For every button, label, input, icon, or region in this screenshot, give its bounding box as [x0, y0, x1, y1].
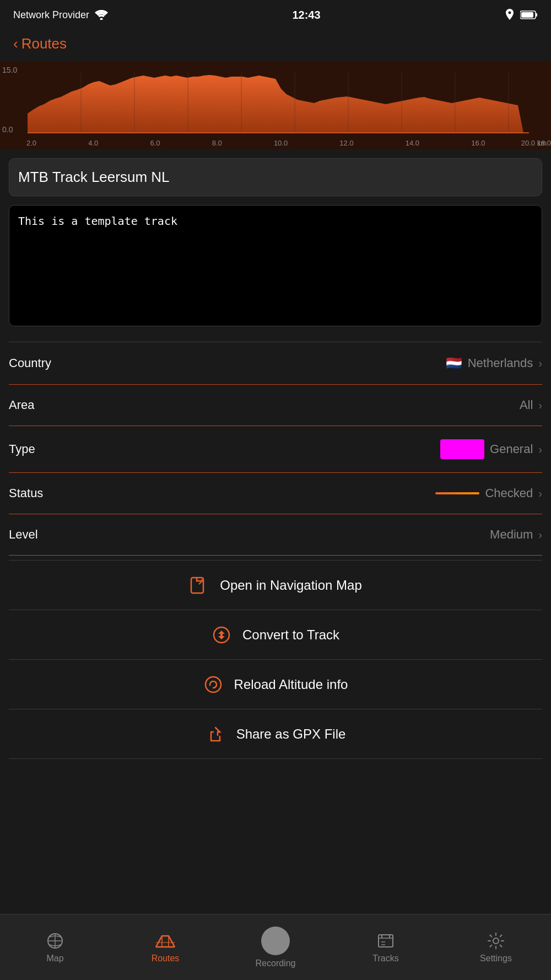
chart-unit: 20.0 km [521, 139, 547, 147]
tab-map-label: Map [46, 954, 63, 963]
nav-bar: ‹ Routes [0, 30, 551, 61]
tab-bar: Map Routes Recording Tracks Se [0, 914, 551, 980]
share-gpx-icon [206, 724, 225, 744]
type-text: General [490, 442, 533, 456]
carrier-text: Network Provider [13, 9, 89, 21]
svg-rect-3 [521, 12, 533, 18]
share-gpx-button[interactable]: Share as GPX File [9, 709, 542, 759]
content-area: This is a template track Country 🇳🇱 Neth… [0, 149, 551, 836]
tab-routes[interactable]: Routes [110, 926, 220, 969]
status-value: Checked › [435, 486, 542, 500]
back-chevron-icon: ‹ [13, 35, 18, 52]
type-chevron-icon: › [538, 443, 542, 456]
area-label: Area [9, 398, 34, 412]
reload-altitude-label: Reload Altitude info [234, 677, 348, 692]
level-text: Medium [490, 527, 533, 542]
tab-recording[interactable]: Recording [220, 921, 331, 974]
open-map-button[interactable]: Open in Navigation Map [9, 560, 542, 610]
open-map-label: Open in Navigation Map [220, 578, 361, 593]
chart-y-max: 15.0 [2, 66, 17, 74]
routes-tab-icon [155, 931, 176, 950]
reload-altitude-button[interactable]: Reload Altitude info [9, 660, 542, 709]
area-chevron-icon: › [538, 399, 542, 412]
level-chevron-icon: › [538, 529, 542, 541]
type-label: Type [9, 442, 35, 456]
location-icon [505, 9, 515, 21]
settings-tab-icon [487, 931, 505, 950]
country-text: Netherlands [468, 356, 533, 370]
battery-icon [520, 10, 538, 20]
settings-section: Country 🇳🇱 Netherlands › Area All › Type… [9, 342, 542, 556]
tab-settings-label: Settings [480, 954, 512, 963]
area-row[interactable]: Area All › [9, 385, 542, 426]
wifi-icon [95, 10, 108, 20]
tab-settings[interactable]: Settings [441, 926, 551, 969]
type-row[interactable]: Type General › [9, 426, 542, 473]
status-icons [505, 9, 538, 21]
track-name-input[interactable] [9, 158, 542, 196]
svg-point-28 [493, 938, 499, 944]
netherlands-flag: 🇳🇱 [446, 356, 462, 371]
country-chevron-icon: › [538, 357, 542, 370]
reload-altitude-icon [203, 674, 223, 694]
convert-track-button[interactable]: Convert to Track [9, 610, 542, 660]
status-bar: Network Provider 12:43 [0, 0, 551, 30]
elevation-chart: 15.0 0.0 2.0 4.0 6.0 8.0 10.0 12.0 14.0 … [0, 61, 551, 149]
tab-tracks-label: Tracks [372, 954, 398, 963]
carrier-wifi: Network Provider [13, 9, 108, 21]
tab-recording-label: Recording [256, 959, 296, 968]
chart-y-labels: 15.0 0.0 [0, 61, 19, 149]
map-tab-icon [46, 931, 64, 950]
level-row[interactable]: Level Medium › [9, 514, 542, 556]
tab-map[interactable]: Map [0, 926, 110, 969]
status-row[interactable]: Status Checked › [9, 473, 542, 514]
svg-rect-2 [536, 13, 537, 17]
level-label: Level [9, 527, 38, 542]
svg-rect-22 [379, 935, 393, 947]
svg-point-17 [206, 677, 221, 692]
svg-point-0 [100, 18, 103, 20]
action-section: Open in Navigation Map Convert to Track … [9, 560, 542, 759]
chart-x-labels: 2.0 4.0 6.0 8.0 10.0 12.0 14.0 16.0 18.0 [26, 139, 551, 147]
area-text: All [520, 398, 533, 412]
convert-track-label: Convert to Track [242, 627, 339, 643]
chart-y-min: 0.0 [2, 125, 17, 134]
type-value: General › [440, 439, 542, 459]
back-button[interactable]: ‹ Routes [13, 35, 67, 52]
description-textarea[interactable]: This is a template track [9, 205, 542, 326]
share-gpx-label: Share as GPX File [236, 726, 346, 742]
status-label: Status [9, 486, 43, 500]
status-text: Checked [485, 486, 533, 500]
country-label: Country [9, 356, 51, 370]
country-row[interactable]: Country 🇳🇱 Netherlands › [9, 342, 542, 385]
country-value: 🇳🇱 Netherlands › [446, 356, 542, 371]
status-indicator [435, 492, 479, 494]
recording-tab-icon [261, 927, 290, 955]
tracks-tab-icon [376, 931, 395, 950]
time-display: 12:43 [292, 9, 320, 21]
status-chevron-icon: › [538, 487, 542, 500]
convert-track-icon [212, 624, 231, 645]
open-map-icon [189, 575, 209, 595]
tab-tracks[interactable]: Tracks [331, 926, 441, 969]
area-value: All › [520, 398, 542, 412]
level-value: Medium › [490, 527, 542, 542]
type-color-swatch [440, 439, 484, 459]
tab-routes-label: Routes [152, 954, 180, 963]
back-label: Routes [21, 35, 67, 52]
